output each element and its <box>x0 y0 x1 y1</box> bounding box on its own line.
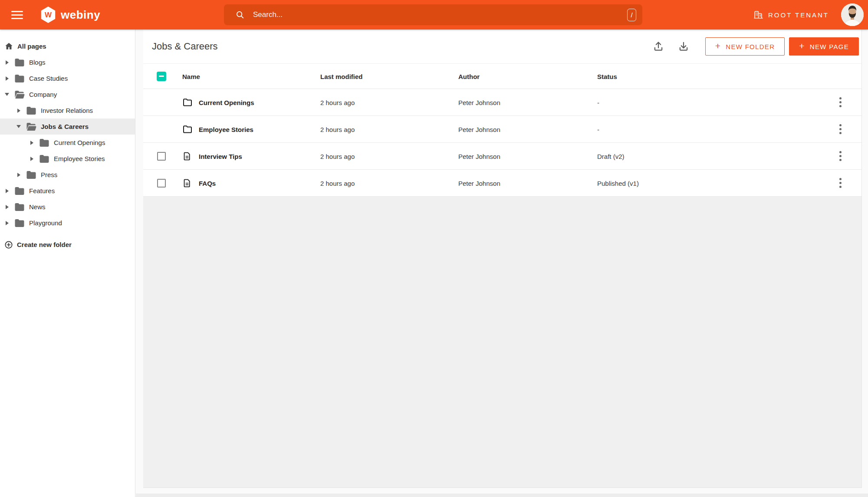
folder-icon <box>39 155 49 163</box>
row-author: Peter Johnson <box>458 125 500 133</box>
collapse-arrow-icon[interactable] <box>16 124 21 130</box>
svg-text:W: W <box>45 11 52 19</box>
search-placeholder: Search... <box>253 10 283 19</box>
row-last-modified: 2 hours ago <box>320 99 355 106</box>
expand-arrow-icon[interactable] <box>5 59 9 66</box>
page-document-icon <box>182 151 193 161</box>
page-title: Jobs & Careers <box>152 41 218 52</box>
main-content: Jobs & Careers + NEW FOLDER <box>136 30 868 497</box>
row-status: Published (v1) <box>597 179 639 187</box>
pages-table-card: Jobs & Careers + NEW FOLDER <box>143 30 862 488</box>
webiny-logo[interactable]: W webiny <box>40 6 100 23</box>
sidebar-item-features[interactable]: Features <box>0 183 135 199</box>
new-folder-button[interactable]: + NEW FOLDER <box>705 37 785 56</box>
create-new-folder-button[interactable]: Create new folder <box>0 237 135 253</box>
user-avatar[interactable] <box>841 3 864 26</box>
tenant-name[interactable]: ROOT TENANT <box>768 11 829 19</box>
page-document-icon <box>182 178 193 188</box>
row-actions-menu[interactable] <box>835 148 845 165</box>
top-app-bar: W webiny Search... / ROOT TENANT <box>0 0 868 30</box>
table-row[interactable]: FAQs 2 hours ago Peter Johnson Published… <box>143 170 861 197</box>
row-status: Draft (v2) <box>597 152 625 160</box>
collapse-arrow-icon[interactable] <box>5 92 9 98</box>
plus-circle-icon <box>4 240 13 249</box>
folder-icon <box>39 138 49 147</box>
expand-arrow-icon[interactable] <box>16 172 21 178</box>
folder-icon <box>26 171 36 179</box>
row-name[interactable]: Current Openings <box>199 99 254 106</box>
folder-icon <box>14 58 25 67</box>
search-icon <box>235 10 245 20</box>
row-actions-menu[interactable] <box>835 94 845 111</box>
home-icon <box>4 42 13 51</box>
column-header-name: Name <box>182 72 200 80</box>
expand-arrow-icon[interactable] <box>5 220 9 226</box>
upload-icon <box>653 41 664 52</box>
sidebar-item-current-openings[interactable]: Current Openings <box>0 135 135 151</box>
folder-icon <box>14 203 25 211</box>
row-last-modified: 2 hours ago <box>320 152 355 160</box>
sidebar-item-employee-stories[interactable]: Employee Stories <box>0 151 135 167</box>
row-last-modified: 2 hours ago <box>320 179 355 187</box>
select-all-checkbox[interactable] <box>157 72 166 81</box>
folder-icon <box>26 106 36 115</box>
expand-arrow-icon[interactable] <box>30 140 34 146</box>
folder-open-icon <box>26 122 36 131</box>
row-author: Peter Johnson <box>458 152 500 160</box>
expand-arrow-icon[interactable] <box>5 76 9 82</box>
folder-icon <box>182 124 193 135</box>
new-page-button[interactable]: + NEW PAGE <box>789 37 859 56</box>
sidebar-item-case-studies[interactable]: Case Studies <box>0 70 135 86</box>
plus-icon: + <box>715 41 721 51</box>
sidebar-item-jobs-careers[interactable]: Jobs & Careers <box>0 118 135 135</box>
folder-icon <box>14 187 25 195</box>
download-icon <box>678 41 689 52</box>
content-header: Jobs & Careers + NEW FOLDER <box>143 30 861 64</box>
brand-wordmark: webiny <box>61 8 100 22</box>
expand-arrow-icon[interactable] <box>5 188 9 194</box>
expand-arrow-icon[interactable] <box>16 108 21 114</box>
sidebar-item-press[interactable]: Press <box>0 167 135 183</box>
row-name[interactable]: Employee Stories <box>199 125 253 133</box>
expand-arrow-icon[interactable] <box>5 204 9 210</box>
folder-tree-sidebar: All pages Blogs Case Studies Company Inv… <box>0 30 135 497</box>
sidebar-item-all-pages[interactable]: All pages <box>0 38 135 54</box>
export-button[interactable] <box>678 41 689 52</box>
folder-icon <box>182 97 193 108</box>
table-header-row: Name Last modified Author Status <box>143 64 861 89</box>
row-checkbox[interactable] <box>157 152 166 161</box>
expand-arrow-icon[interactable] <box>30 156 34 162</box>
row-last-modified: 2 hours ago <box>320 125 355 133</box>
column-header-status: Status <box>597 72 617 80</box>
folder-icon <box>14 74 25 83</box>
horizontal-scrollbar[interactable] <box>136 494 868 497</box>
webiny-logo-icon: W <box>40 6 56 23</box>
search-input[interactable]: Search... / <box>224 4 642 25</box>
row-name[interactable]: Interview Tips <box>199 152 242 160</box>
sidebar-item-playground[interactable]: Playground <box>0 215 135 231</box>
avatar-photo <box>841 3 864 26</box>
table-row[interactable]: Employee Stories 2 hours ago Peter Johns… <box>143 116 861 143</box>
sidebar-item-investor-relations[interactable]: Investor Relations <box>0 102 135 118</box>
search-shortcut-badge: / <box>627 9 636 21</box>
row-status: - <box>597 125 599 133</box>
folder-icon <box>14 219 25 227</box>
table-row[interactable]: Interview Tips 2 hours ago Peter Johnson… <box>143 143 861 170</box>
menu-icon[interactable] <box>11 11 23 19</box>
column-header-last-modified: Last modified <box>320 72 363 80</box>
row-actions-menu[interactable] <box>835 174 845 192</box>
table-row[interactable]: Current Openings 2 hours ago Peter Johns… <box>143 89 861 116</box>
row-checkbox[interactable] <box>157 179 166 188</box>
sidebar-item-company[interactable]: Company <box>0 86 135 102</box>
plus-icon: + <box>799 41 805 51</box>
sidebar-item-news[interactable]: News <box>0 199 135 215</box>
sidebar-item-blogs[interactable]: Blogs <box>0 54 135 70</box>
column-header-author: Author <box>458 72 480 80</box>
row-actions-menu[interactable] <box>835 121 845 138</box>
folder-open-icon <box>14 90 25 99</box>
row-status: - <box>597 99 599 106</box>
table-empty-area <box>143 197 861 487</box>
import-button[interactable] <box>653 41 664 52</box>
row-name[interactable]: FAQs <box>199 179 216 187</box>
tenant-building-icon <box>753 10 763 20</box>
